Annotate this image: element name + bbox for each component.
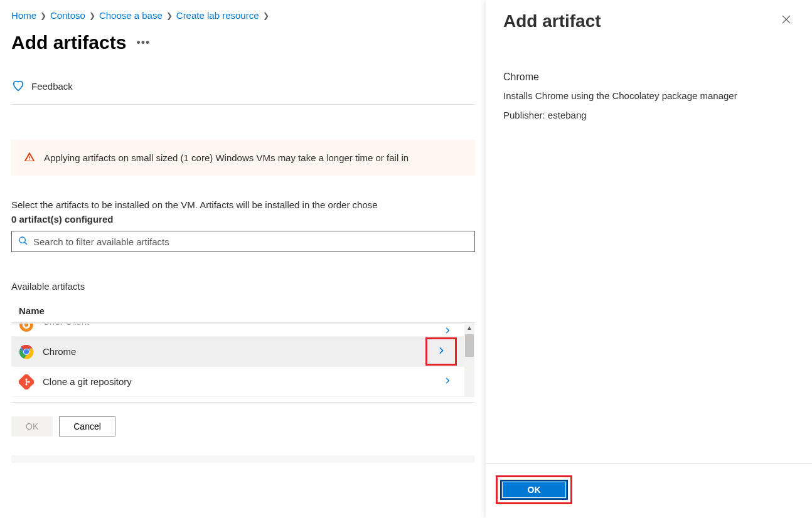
chef-icon [19,323,34,332]
chevron-right-icon[interactable] [438,374,457,389]
crumb-contoso[interactable]: Contoso [50,10,85,21]
artifact-publisher: Publisher: estebang [503,110,794,120]
close-icon[interactable] [778,11,794,31]
svg-point-0 [19,237,25,243]
configured-count: 0 artifact(s) configured [11,214,475,225]
git-icon [19,374,34,389]
artifact-name: Chrome [503,71,794,83]
add-artifact-panel: Add artifact Chrome Installs Chrome usin… [486,0,812,518]
breadcrumb: Home ❯ Contoso ❯ Choose a base ❯ Create … [11,10,475,21]
heart-icon [11,78,25,94]
scrollbar[interactable]: ▲ [464,323,474,397]
column-header-name[interactable]: Name [11,305,475,323]
chevron-right-icon: ❯ [263,11,269,20]
search-box[interactable] [11,231,475,252]
crumb-create-lab[interactable]: Create lab resource [176,10,259,21]
artifact-label: Chef Client [43,323,429,327]
artifact-row-git[interactable]: Clone a git repository [11,367,464,397]
page-title: Add artifacts [11,32,126,53]
search-icon [18,236,28,248]
panel-header: Add artifact [486,0,812,38]
warning-text: Applying artifacts on small sized (1 cor… [44,152,409,163]
footer-strip [11,455,475,463]
scroll-up-icon[interactable]: ▲ [466,324,473,331]
chevron-right-icon[interactable] [425,337,457,366]
panel-title: Add artifact [503,11,601,31]
svg-point-7 [24,349,29,354]
feedback-label: Feedback [31,81,73,92]
warning-banner: Applying artifacts on small sized (1 cor… [11,140,475,176]
description-text: Select the artifacts to be installed on … [11,199,475,210]
artifact-row-chef[interactable]: Chef Client [11,323,464,337]
artifact-list: Chef Client Chrome Clone a git reposit [11,323,474,397]
search-input[interactable] [33,236,468,247]
panel-ok-button[interactable]: OK [500,480,568,500]
artifact-row-chrome[interactable]: Chrome [11,337,464,367]
artifact-label: Clone a git repository [43,376,429,387]
bottom-bar: OK Cancel [11,402,475,455]
artifact-label: Chrome [43,346,417,357]
page-title-row: Add artifacts ••• [11,32,475,53]
ok-button: OK [11,416,53,436]
ok-highlight: OK [496,475,572,504]
chrome-icon [19,344,34,359]
crumb-home[interactable]: Home [11,10,36,21]
crumb-choose-base[interactable]: Choose a base [99,10,163,21]
main-blade: Home ❯ Contoso ❯ Choose a base ❯ Create … [0,0,486,463]
chevron-right-icon[interactable] [438,324,457,337]
panel-body: Chrome Installs Chrome using the Chocola… [486,38,812,463]
more-icon[interactable]: ••• [136,36,150,50]
svg-line-1 [24,242,27,245]
available-artifacts-header: Available artifacts [11,281,475,292]
warning-icon [24,151,35,164]
panel-footer: OK [486,463,812,518]
feedback-button[interactable]: Feedback [11,78,475,105]
chevron-right-icon: ❯ [166,11,173,20]
chevron-right-icon: ❯ [89,11,95,20]
chevron-right-icon: ❯ [40,11,46,20]
svg-point-4 [24,323,28,327]
cancel-button[interactable]: Cancel [59,416,115,436]
scrollbar-thumb[interactable] [465,334,474,357]
artifact-description: Installs Chrome using the Chocolatey pac… [503,90,794,101]
